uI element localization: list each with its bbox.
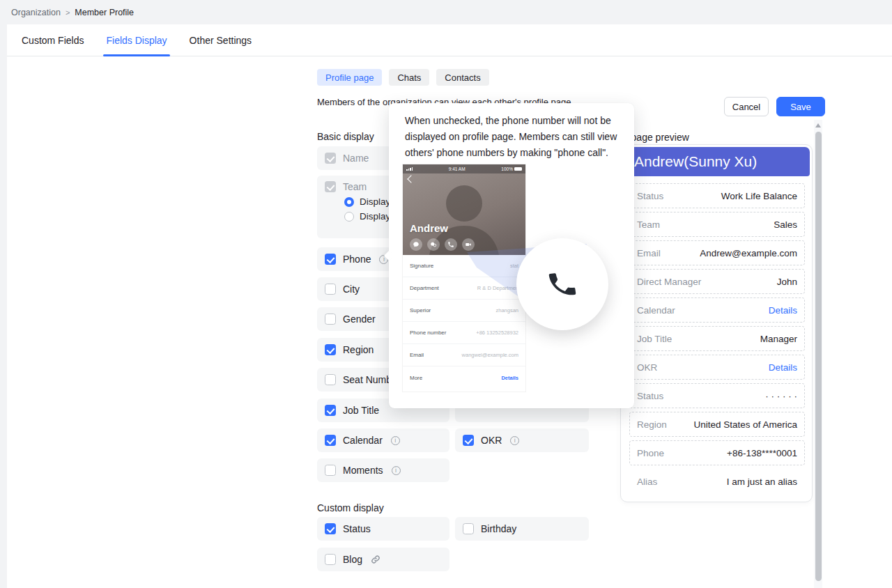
preview-row-label: Email <box>637 248 661 258</box>
preview-row-label: Calendar <box>637 305 675 316</box>
custom-display-title: Custom display <box>317 502 384 513</box>
pill-contacts[interactable]: Contacts <box>436 69 489 86</box>
scrollbar[interactable] <box>814 120 822 588</box>
video-call-icon[interactable] <box>462 238 475 251</box>
pill-profile-page[interactable]: Profile page <box>317 69 382 86</box>
field-label: Email <box>410 352 424 358</box>
pill-chats[interactable]: Chats <box>389 69 429 86</box>
contact-photo: 9:41 AM 100% Andrew <box>403 164 525 255</box>
job-title-checkbox[interactable] <box>325 405 336 416</box>
preview-row-label: Direct Manager <box>637 277 701 287</box>
birthday-label: Birthday <box>481 523 516 534</box>
phone-field-department: Department R & D Departmen <box>403 277 525 300</box>
preview-row-label: Region <box>637 419 667 430</box>
preview-row-label: Job Title <box>637 334 672 344</box>
status-label: Status <box>343 523 371 534</box>
call-actions <box>410 238 475 251</box>
preview-row-value: Work Life Balance <box>721 191 797 201</box>
tab-custom-fields[interactable]: Custom Fields <box>22 24 84 56</box>
blog-label: Blog <box>343 554 362 565</box>
scrollbar-thumb[interactable] <box>815 132 822 581</box>
preview-row-okr: OKR Details <box>629 355 805 380</box>
field-value: stat <box>510 263 518 269</box>
team-option-1-radio[interactable] <box>344 197 354 207</box>
region-label: Region <box>343 344 374 355</box>
field-value: wangwei@example.com <box>462 352 518 358</box>
scrollbar-up-icon[interactable] <box>815 123 821 127</box>
preview-row-phone: Phone +86-138****0001 <box>629 440 805 465</box>
preview-rows: Status Work Life Balance Team Sales Emai… <box>629 183 805 497</box>
seat-number-checkbox[interactable] <box>325 374 336 385</box>
field-row-status: Status <box>317 517 449 541</box>
popup-text: When unchecked, the phone number will no… <box>405 113 620 161</box>
blog-checkbox[interactable] <box>325 554 336 565</box>
status-time: 9:41 AM <box>449 167 466 171</box>
preview-details-link[interactable]: Details <box>769 305 797 316</box>
contact-name: Andrew <box>410 222 448 234</box>
status-checkbox[interactable] <box>325 523 336 534</box>
magnifier-circle <box>516 238 608 330</box>
phone-field-email: Email wangwei@example.com <box>403 344 525 366</box>
breadcrumb-current: Member Profile <box>75 8 134 17</box>
field-label: More <box>410 375 422 381</box>
moments-checkbox[interactable] <box>325 465 336 476</box>
city-label: City <box>343 284 360 295</box>
calendar-info-icon[interactable] <box>391 436 400 445</box>
city-checkbox[interactable] <box>325 284 336 295</box>
team-checkbox[interactable] <box>325 181 336 192</box>
tab-fields-display[interactable]: Fields Display <box>106 24 167 56</box>
profile-preview-card: Andrew(Sunny Xu) Status Work Life Balanc… <box>620 144 813 502</box>
field-row-okr: OKR <box>455 428 589 452</box>
name-checkbox[interactable] <box>325 153 336 164</box>
tab-other-settings[interactable]: Other Settings <box>190 24 252 56</box>
preview-row-label: Status <box>637 191 663 201</box>
field-row-moments: Moments <box>317 458 449 482</box>
gender-checkbox[interactable] <box>325 314 336 325</box>
phone-field-phone-number: Phone number +86 13252528932 <box>403 322 525 344</box>
gender-label: Gender <box>343 314 376 325</box>
moments-info-icon[interactable] <box>392 466 401 475</box>
region-checkbox[interactable] <box>325 344 336 355</box>
phone-screenshot: 9:41 AM 100% Andrew <box>403 164 525 392</box>
phone-checkbox[interactable] <box>325 254 336 265</box>
breadcrumb-parent[interactable]: Organization <box>11 8 61 17</box>
phone-details-link[interactable]: Details <box>501 375 518 381</box>
preview-row-value: +86-138****0001 <box>727 448 797 458</box>
preview-row-value: John <box>777 277 797 287</box>
tab-bar: Custom Fields Fields Display Other Setti… <box>7 24 892 56</box>
field-row-birthday: Birthday <box>455 517 589 541</box>
phone-field-more: More Details <box>403 366 525 389</box>
voice-call-icon[interactable] <box>427 238 440 251</box>
basic-display-title: Basic display <box>317 131 374 142</box>
phone-field-superior: Superior zhangsan <box>403 300 525 322</box>
team-option-1-label: Display <box>360 196 390 207</box>
preview-row-value: Manager <box>760 334 797 344</box>
phone-call-icon[interactable] <box>445 238 457 251</box>
preview-details-link[interactable]: Details <box>769 362 797 373</box>
okr-info-icon[interactable] <box>510 436 519 445</box>
calendar-checkbox[interactable] <box>325 435 336 446</box>
field-label: Phone number <box>410 330 446 336</box>
preview-member-name: Andrew(Sunny Xu) <box>634 153 757 170</box>
calendar-label: Calendar <box>343 435 383 446</box>
preview-row-direct-manager: Direct Manager John <box>629 269 805 294</box>
signal-icon <box>406 167 413 171</box>
chat-icon[interactable] <box>410 238 422 251</box>
phone-fields: Signature stat Department R & D Departme… <box>403 255 525 389</box>
back-icon[interactable] <box>407 175 415 183</box>
preview-row-status-dots: Status · · · · · · <box>629 383 805 408</box>
team-option-2-radio[interactable] <box>344 212 354 222</box>
view-switcher: Profile page Chats Contacts <box>317 69 489 86</box>
cancel-button[interactable]: Cancel <box>724 97 769 116</box>
okr-checkbox[interactable] <box>463 435 474 446</box>
preview-row-label: Phone <box>637 448 664 458</box>
save-button[interactable]: Save <box>776 97 825 116</box>
birthday-checkbox[interactable] <box>463 523 474 534</box>
breadcrumb-separator-icon: > <box>66 8 70 17</box>
field-value: +86 13252528932 <box>476 330 518 336</box>
preview-row-region: Region United States of America <box>629 412 805 437</box>
field-row-blog: Blog <box>317 548 449 571</box>
field-label: Department <box>410 285 439 291</box>
preview-row-label: Alias <box>637 477 657 487</box>
preview-row-job-title: Job Title Manager <box>629 326 805 351</box>
